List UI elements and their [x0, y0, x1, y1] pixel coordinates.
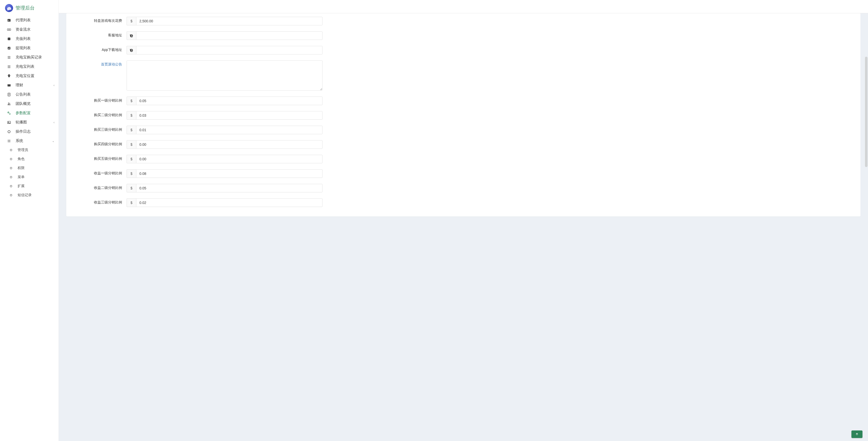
form-row-cs_url: 客服地址	[76, 31, 850, 40]
svg-point-12	[9, 103, 10, 104]
sidebar-subitem-label: 扩展	[18, 184, 25, 189]
svg-point-3	[8, 29, 9, 30]
svg-point-1	[8, 20, 9, 20]
circle-icon	[8, 184, 13, 188]
svg-rect-2	[7, 29, 10, 30]
sidebar-item-label: 公告列表	[16, 92, 31, 97]
form-label-buy_lv3: 购买三级分销比例	[76, 126, 127, 132]
chevron-left-icon: ‹	[54, 83, 55, 87]
sidebar-item-label: 资金流水	[16, 27, 31, 32]
sidebar-item-label: 参数配置	[16, 111, 31, 115]
input-group-buy_lv2: $	[127, 111, 322, 120]
sidebar-subitem-label: 短信记录	[18, 193, 32, 197]
scrollbar-thumb[interactable]	[865, 57, 868, 167]
sidebar-item-label: 充电宝列表	[16, 64, 34, 69]
sidebar-item-10[interactable]: 参数配置	[0, 108, 59, 117]
svg-point-22	[10, 176, 12, 178]
input-profit_lv3[interactable]	[136, 198, 322, 207]
input-group-profit_lv3: $	[127, 198, 322, 207]
form-label-buy_lv4: 购买四级分销比例	[76, 140, 127, 146]
dollar-prefix: $	[127, 126, 136, 134]
input-app_url[interactable]	[136, 46, 322, 55]
brand-logo	[5, 4, 13, 12]
sidebar-subitem-label: 管理员	[18, 148, 28, 152]
scroll-to-top-button[interactable]	[851, 431, 863, 438]
image-icon	[6, 121, 11, 125]
team-icon	[6, 102, 11, 106]
sidebar-subitem-5[interactable]: 短信记录	[0, 191, 59, 200]
input-buy_lv1[interactable]	[136, 97, 322, 105]
withdraw-icon	[6, 46, 11, 50]
input-profit_lv2[interactable]	[136, 184, 322, 193]
sidebar-item-4[interactable]: 充电宝购买记录	[0, 53, 59, 62]
sidebar-subitem-4[interactable]: 扩展	[0, 181, 59, 191]
circle-icon	[8, 158, 13, 161]
input-group-buy_lv4: $	[127, 140, 322, 149]
input-spin_cost[interactable]	[136, 17, 322, 25]
settings-form-card: 转盘游戏每次花费$客服地址App下载地址首页滚动公告购买一级分销比例$购买二级分…	[66, 13, 861, 216]
form-row-home_notice: 首页滚动公告	[76, 61, 850, 91]
sidebar-item-0[interactable]: 代理列表	[0, 15, 59, 25]
input-buy_lv2[interactable]	[136, 111, 322, 120]
svg-point-16	[8, 122, 9, 122]
form-label-profit_lv2: 收益二级分销比例	[76, 184, 127, 190]
form-row-buy_lv4: 购买四级分销比例$	[76, 140, 850, 149]
form-row-profit_lv2: 收益二级分销比例$	[76, 184, 850, 193]
sidebar-item-label: 充值列表	[16, 36, 31, 41]
svg-point-18	[8, 140, 9, 141]
recharge-icon: A	[6, 37, 11, 41]
input-buy_lv5[interactable]	[136, 155, 322, 163]
input-group-home_notice	[127, 61, 322, 91]
sidebar-item-3[interactable]: 提现列表	[0, 43, 59, 53]
form-label-buy_lv1: 购买一级分销比例	[76, 97, 127, 103]
chevron-left-icon: ‹	[54, 121, 55, 124]
sidebar-subitem-0[interactable]: 管理员	[0, 145, 59, 155]
main: 转盘游戏每次花费$客服地址App下载地址首页滚动公告购买一级分销比例$购买二级分…	[59, 0, 868, 441]
sidebar-item-7[interactable]: 理财‹	[0, 80, 59, 90]
circle-icon	[6, 130, 11, 134]
svg-point-7	[8, 75, 9, 76]
sidebar-subitem-2[interactable]: 权限	[0, 164, 59, 173]
input-cs_url[interactable]	[136, 31, 322, 40]
sidebar-item-13[interactable]: 系统⌄	[0, 136, 59, 145]
dollar-prefix: $	[127, 97, 136, 105]
input-buy_lv3[interactable]	[136, 126, 322, 134]
input-buy_lv4[interactable]	[136, 140, 322, 149]
input-group-spin_cost: $	[127, 17, 322, 25]
svg-point-11	[8, 103, 9, 104]
money-icon	[6, 28, 11, 32]
sidebar-subitem-3[interactable]: 菜单	[0, 173, 59, 181]
sidebar-item-2[interactable]: A充值列表	[0, 34, 59, 43]
sidebar-item-11[interactable]: 轮播图‹	[0, 117, 59, 127]
dollar-prefix: $	[127, 169, 136, 178]
form-label-buy_lv5: 购买五级分销比例	[76, 155, 127, 161]
sidebar-item-label: 代理列表	[16, 18, 31, 23]
brand: 管理后台	[0, 0, 59, 15]
brand-title: 管理后台	[16, 5, 35, 11]
form-label-spin_cost: 转盘游戏每次花费	[76, 17, 127, 23]
sidebar-item-8[interactable]: 公告列表	[0, 90, 59, 99]
input-group-buy_lv3: $	[127, 126, 322, 134]
form-row-buy_lv3: 购买三级分销比例$	[76, 126, 850, 134]
settings-form: 转盘游戏每次花费$客服地址App下载地址首页滚动公告购买一级分销比例$购买二级分…	[76, 17, 850, 207]
textarea-home_notice[interactable]	[127, 61, 322, 91]
svg-point-24	[10, 195, 12, 196]
sidebar-item-5[interactable]: 充电宝列表	[0, 62, 59, 71]
circle-icon	[8, 148, 13, 151]
form-row-buy_lv1: 购买一级分销比例$	[76, 97, 850, 105]
sidebar-subitem-label: 权限	[18, 166, 25, 170]
sidebar-item-label: 充电宝位置	[16, 73, 34, 78]
sidebar-item-12[interactable]: 操作日志	[0, 127, 59, 136]
config-icon	[6, 111, 11, 115]
input-group-buy_lv5: $	[127, 155, 322, 163]
sidebar-item-9[interactable]: 团队概览	[0, 99, 59, 108]
input-profit_lv1[interactable]	[136, 169, 322, 178]
input-group-app_url	[127, 46, 322, 55]
ie-prefix	[127, 46, 136, 55]
sidebar-item-6[interactable]: 充电宝位置	[0, 71, 59, 80]
sidebar-item-1[interactable]: 资金流水	[0, 25, 59, 34]
ie-icon	[130, 48, 133, 52]
form-label-home_notice: 首页滚动公告	[76, 61, 127, 67]
sidebar-subitem-1[interactable]: 角色	[0, 155, 59, 164]
sidebar-item-label: 提现列表	[16, 46, 31, 50]
